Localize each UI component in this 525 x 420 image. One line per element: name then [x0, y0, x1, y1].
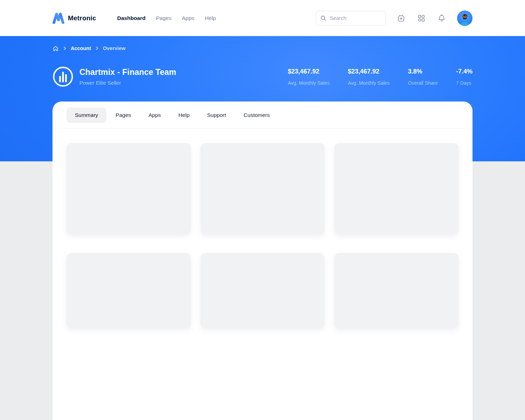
- stat-value: -7.4%: [456, 68, 472, 75]
- breadcrumb-overview: Overview: [103, 46, 126, 51]
- placeholder-card: [66, 253, 191, 328]
- stat-label: Avg. Monthly Sales: [288, 80, 330, 86]
- stat-label: 7 Days: [456, 80, 472, 86]
- placeholder-row-top: [66, 143, 458, 234]
- breadcrumb: Account Overview: [52, 45, 472, 51]
- chevron-right-icon: [95, 46, 99, 50]
- tab-help[interactable]: Help: [170, 107, 198, 123]
- avatar[interactable]: [457, 10, 472, 26]
- main-card: Summary Pages Apps Help Support Customer…: [52, 102, 472, 420]
- search-icon: [320, 15, 327, 21]
- search-box: [316, 11, 386, 26]
- stat-avg-monthly-sales-1: $23,467.92 Avg. Monthly Sales: [288, 68, 330, 86]
- header-actions: [316, 10, 472, 26]
- tab-bar: Summary Pages Apps Help Support Customer…: [52, 102, 472, 128]
- stat-label: Avg. Monthly Sales: [348, 80, 390, 86]
- placeholder-card: [334, 143, 458, 234]
- stat-value: $23,467.92: [288, 68, 330, 75]
- search-input[interactable]: [330, 15, 381, 21]
- home-icon[interactable]: [52, 45, 59, 51]
- tab-support[interactable]: Support: [199, 107, 234, 123]
- metronic-logo-icon: [52, 13, 64, 24]
- tab-pages[interactable]: Pages: [107, 107, 139, 123]
- stat-7-days: -7.4% 7 Days: [456, 68, 472, 86]
- summary-content: [52, 128, 472, 342]
- tab-customers[interactable]: Customers: [235, 107, 278, 123]
- nav-item-apps[interactable]: Apps: [182, 12, 194, 24]
- page-title: Chartmix - Finance Team: [79, 68, 176, 77]
- stat-overall-share: 3.8% Overall Share: [408, 68, 438, 86]
- chevron-right-icon: [63, 46, 67, 50]
- placeholder-card: [201, 253, 325, 328]
- stat-label: Overall Share: [408, 80, 438, 86]
- apps-grid-icon[interactable]: [416, 13, 426, 23]
- company-chart-icon: [52, 66, 74, 87]
- stat-avg-monthly-sales-2: $23,467.92 Avg. Monthly Sales: [348, 68, 390, 86]
- profile: Chartmix - Finance Team Power Elite Sell…: [52, 66, 176, 87]
- hero-stats: $23,467.92 Avg. Monthly Sales $23,467.92…: [288, 68, 472, 86]
- breadcrumb-account[interactable]: Account: [71, 46, 91, 51]
- brand-logo[interactable]: Metronic: [52, 13, 96, 24]
- nav-item-help[interactable]: Help: [205, 12, 216, 24]
- top-header: Metronic Dashboard Pages Apps Help: [0, 0, 525, 36]
- profile-subtitle: Power Elite Seller: [79, 80, 176, 86]
- nav-item-dashboard[interactable]: Dashboard: [117, 12, 146, 24]
- calendar-add-icon[interactable]: [396, 13, 406, 23]
- profile-header: Chartmix - Finance Team Power Elite Sell…: [52, 66, 472, 87]
- bell-icon[interactable]: [437, 13, 447, 23]
- placeholder-card: [201, 143, 325, 234]
- placeholder-card: [334, 253, 458, 328]
- top-navigation: Dashboard Pages Apps Help: [117, 12, 216, 24]
- brand-name: Metronic: [68, 14, 96, 22]
- placeholder-card: [66, 143, 191, 234]
- stat-value: $23,467.92: [348, 68, 390, 75]
- placeholder-row-bottom: [66, 253, 458, 328]
- nav-item-pages[interactable]: Pages: [156, 12, 172, 24]
- tab-apps[interactable]: Apps: [140, 107, 169, 123]
- tab-summary[interactable]: Summary: [66, 107, 106, 123]
- profile-meta: Chartmix - Finance Team Power Elite Sell…: [79, 68, 176, 86]
- stat-value: 3.8%: [408, 68, 438, 75]
